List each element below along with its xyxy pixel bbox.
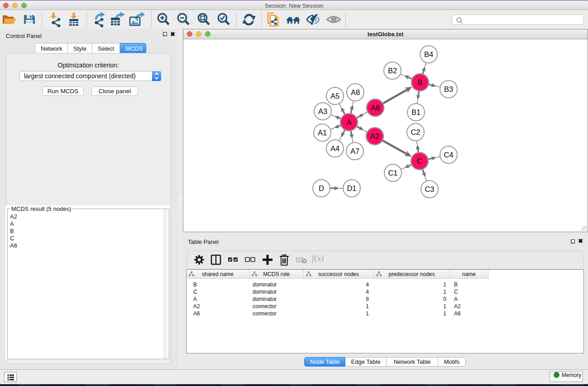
svg-text:B3: B3 bbox=[444, 85, 453, 93]
svg-text:A5: A5 bbox=[330, 92, 339, 100]
svg-text:B: B bbox=[417, 78, 422, 86]
svg-text:C3: C3 bbox=[425, 185, 434, 193]
svg-text:C4: C4 bbox=[444, 151, 453, 159]
svg-text:B4: B4 bbox=[424, 50, 433, 58]
svg-text:A: A bbox=[346, 118, 351, 126]
svg-text:B2: B2 bbox=[388, 67, 397, 75]
svg-text:A7: A7 bbox=[350, 147, 359, 155]
svg-text:A3: A3 bbox=[318, 107, 327, 115]
svg-text:A8: A8 bbox=[351, 88, 360, 96]
svg-text:B1: B1 bbox=[411, 108, 421, 116]
svg-text:D1: D1 bbox=[347, 184, 356, 192]
svg-text:A1: A1 bbox=[318, 129, 327, 137]
svg-text:A4: A4 bbox=[330, 144, 339, 152]
svg-text:A6: A6 bbox=[371, 104, 380, 112]
svg-text:D: D bbox=[319, 184, 324, 192]
svg-text:C: C bbox=[417, 157, 422, 165]
svg-text:A2: A2 bbox=[370, 132, 379, 140]
svg-text:C2: C2 bbox=[411, 128, 420, 136]
svg-text:C1: C1 bbox=[388, 169, 397, 177]
